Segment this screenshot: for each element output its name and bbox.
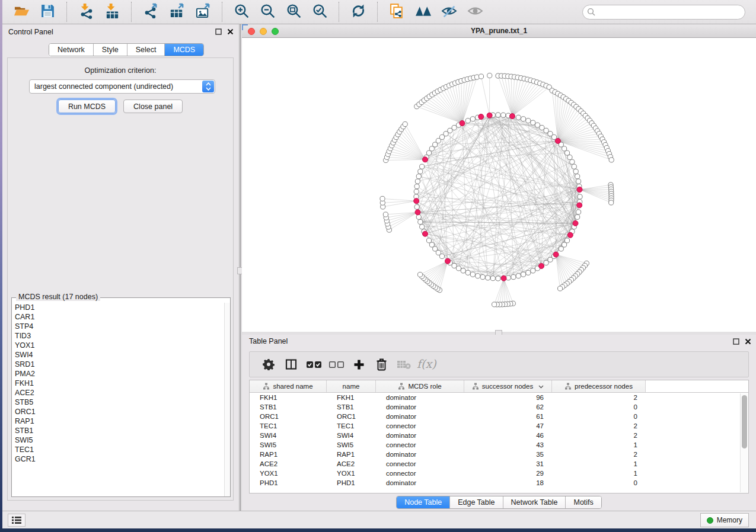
tab-select[interactable]: Select xyxy=(127,44,165,56)
network-node[interactable] xyxy=(535,123,540,127)
table-row[interactable]: SWI5SWI5connector431 xyxy=(250,440,740,450)
network-hub-node[interactable] xyxy=(423,157,428,162)
network-node[interactable] xyxy=(544,261,548,265)
network-canvas[interactable] xyxy=(242,38,756,332)
network-node[interactable] xyxy=(609,200,614,205)
network-hub-node[interactable] xyxy=(423,231,428,236)
network-node[interactable] xyxy=(403,121,407,126)
mcds-result-item[interactable]: STP4 xyxy=(15,322,224,331)
network-hub-node[interactable] xyxy=(510,114,515,119)
network-node[interactable] xyxy=(439,134,444,139)
cell-predecessor-nodes[interactable]: 1 xyxy=(552,441,646,448)
export-image-button[interactable] xyxy=(190,1,216,23)
network-node[interactable] xyxy=(414,184,419,189)
network-node[interactable] xyxy=(417,272,422,277)
cell-name[interactable]: ORC1 xyxy=(327,413,376,420)
tab-node-table[interactable]: Node Table xyxy=(397,496,450,508)
network-node[interactable] xyxy=(383,212,388,217)
cell-name[interactable]: FKH1 xyxy=(327,394,376,401)
cell-shared-name[interactable]: SWI4 xyxy=(250,432,327,439)
cell-successor-nodes[interactable]: 46 xyxy=(464,432,552,439)
float-panel-icon[interactable] xyxy=(215,28,222,35)
cell-MCDS-role[interactable]: dominator xyxy=(376,394,464,401)
network-node[interactable] xyxy=(416,214,421,219)
mcds-result-item[interactable]: TEC1 xyxy=(15,445,224,454)
network-node[interactable] xyxy=(465,118,470,123)
export-network-button[interactable] xyxy=(138,1,164,23)
run-mcds-button[interactable]: Run MCDS xyxy=(58,100,116,113)
export-table-button[interactable] xyxy=(164,1,190,23)
network-node[interactable] xyxy=(551,134,556,139)
new-network-from-selection-button[interactable] xyxy=(384,1,410,23)
deselect-all-button[interactable] xyxy=(325,354,347,375)
hide-selected-button[interactable] xyxy=(436,1,462,23)
table-row[interactable]: STB1STB1dominator620 xyxy=(250,402,740,412)
table-row[interactable]: PHD1PHD1dominator180 xyxy=(250,478,740,488)
network-hub-node[interactable] xyxy=(553,252,559,257)
table-row[interactable]: YOX1YOX1connector291 xyxy=(250,469,740,478)
cell-successor-nodes[interactable]: 47 xyxy=(464,422,552,430)
cell-successor-nodes[interactable]: 62 xyxy=(464,403,552,411)
cell-predecessor-nodes[interactable]: 2 xyxy=(552,422,646,430)
close-panel-icon[interactable] xyxy=(227,28,234,35)
table-row[interactable]: TEC1TEC1connector472 xyxy=(250,421,740,431)
import-table-button[interactable] xyxy=(99,1,125,23)
column-header-successor-nodes[interactable]: successor nodes xyxy=(464,380,552,392)
zoom-fit-button[interactable] xyxy=(280,1,307,23)
network-node[interactable] xyxy=(436,250,441,255)
cell-MCDS-role[interactable]: dominator xyxy=(376,451,464,458)
network-node[interactable] xyxy=(540,125,544,130)
network-node[interactable] xyxy=(416,174,421,179)
mcds-result-item[interactable]: PHD1 xyxy=(15,303,224,312)
table-row[interactable]: SWI4SWI4dominator462 xyxy=(250,431,740,440)
network-node[interactable] xyxy=(562,146,567,151)
network-node[interactable] xyxy=(414,189,419,194)
network-node[interactable] xyxy=(575,174,580,179)
network-hub-node[interactable] xyxy=(539,264,544,269)
network-node[interactable] xyxy=(444,132,448,136)
memory-button[interactable]: Memory xyxy=(700,513,749,527)
mcds-result-item[interactable]: YOX1 xyxy=(15,341,224,350)
table-row[interactable]: RAP1RAP1dominator352 xyxy=(250,450,740,459)
network-node[interactable] xyxy=(575,214,580,219)
network-hub-node[interactable] xyxy=(460,121,465,126)
network-node[interactable] xyxy=(496,113,500,117)
cell-MCDS-role[interactable]: dominator xyxy=(376,479,464,486)
table-row[interactable]: ORC1ORC1dominator610 xyxy=(250,412,740,421)
cell-MCDS-role[interactable]: dominator xyxy=(376,432,464,439)
network-node[interactable] xyxy=(461,268,465,273)
network-node[interactable] xyxy=(501,113,506,117)
mcds-result-item[interactable]: TID3 xyxy=(15,331,224,341)
network-node[interactable] xyxy=(572,164,576,169)
cell-predecessor-nodes[interactable]: 1 xyxy=(552,470,646,477)
cell-name[interactable]: STB1 xyxy=(327,403,376,411)
mcds-result-item[interactable]: SWI4 xyxy=(15,350,224,360)
network-node[interactable] xyxy=(573,169,578,174)
search-input[interactable] xyxy=(582,5,745,20)
cell-MCDS-role[interactable]: connector xyxy=(376,422,464,430)
network-node[interactable] xyxy=(380,196,385,201)
select-all-button[interactable] xyxy=(302,354,325,375)
network-node[interactable] xyxy=(526,118,531,123)
cell-name[interactable]: SWI5 xyxy=(327,441,376,448)
mcds-result-item[interactable]: STB1 xyxy=(15,426,224,435)
network-hub-node[interactable] xyxy=(415,210,420,215)
mcds-result-item[interactable]: PMA2 xyxy=(15,369,224,379)
table-scrollbar-thumb[interactable] xyxy=(742,395,747,448)
cell-MCDS-role[interactable]: dominator xyxy=(376,413,464,420)
float-table-panel-icon[interactable] xyxy=(733,338,739,345)
cell-shared-name[interactable]: RAP1 xyxy=(250,451,327,458)
network-node[interactable] xyxy=(429,242,434,247)
close-panel-button[interactable]: Close panel xyxy=(123,100,183,113)
cell-predecessor-nodes[interactable]: 0 xyxy=(552,403,646,411)
show-all-button[interactable] xyxy=(462,1,488,23)
cell-MCDS-role[interactable]: dominator xyxy=(376,403,464,411)
cell-predecessor-nodes[interactable]: 2 xyxy=(552,432,646,439)
cell-shared-name[interactable]: FKH1 xyxy=(250,394,327,401)
cell-successor-nodes[interactable]: 18 xyxy=(464,479,552,486)
mcds-result-item[interactable]: RAP1 xyxy=(15,416,224,426)
network-node[interactable] xyxy=(479,74,483,79)
close-table-panel-icon[interactable] xyxy=(745,338,751,345)
network-node[interactable] xyxy=(609,158,614,162)
cell-shared-name[interactable]: ORC1 xyxy=(250,413,327,420)
